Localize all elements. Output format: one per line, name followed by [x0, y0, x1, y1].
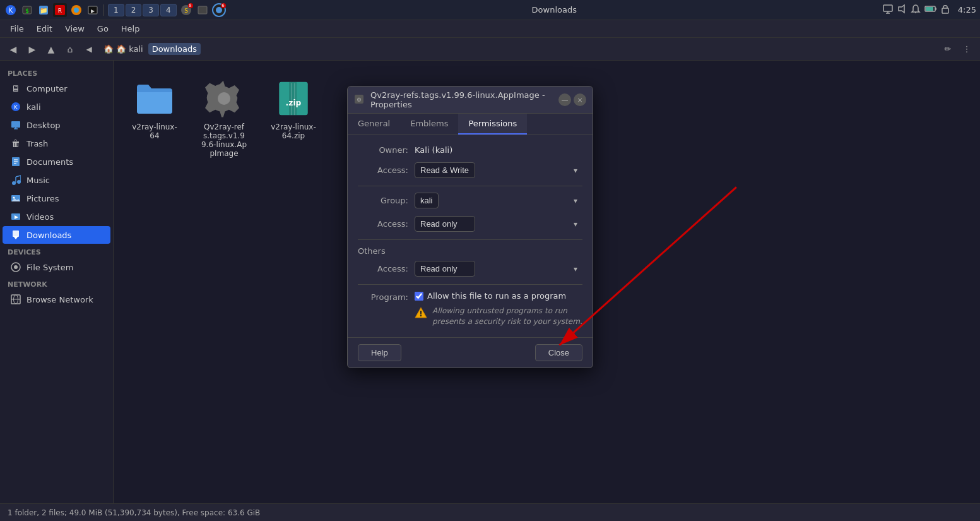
svg-text:.zip: .zip — [286, 99, 302, 107]
dialog-tab-permissions[interactable]: Permissions — [458, 114, 527, 135]
sidebar-item-documents[interactable]: Documents — [3, 153, 110, 171]
kali-icon: K — [10, 101, 21, 112]
menu-view[interactable]: View — [60, 23, 90, 35]
breadcrumb-kali[interactable]: 🏠 🏠 kali — [100, 43, 147, 55]
sidebar-item-videos[interactable]: Videos — [3, 208, 110, 225]
back-button[interactable]: ◀ — [5, 41, 21, 57]
taskbar: K $ 📁 R ▶ 1 2 3 4 S 8 6 Downloads — [0, 0, 980, 20]
kali-logo-icon[interactable]: K — [4, 3, 18, 17]
file-item-appimage[interactable]: Qv2ray-refs.tags.v1.99.6-linux.AppImage — [196, 73, 252, 163]
pictures-icon — [10, 193, 21, 204]
taskbar-right: 4:25 — [883, 4, 976, 16]
group-access-row: Access: Read & Write Read only None — [358, 216, 582, 232]
statusbar-text: 1 folder, 2 files; 49.0 MiB (51,390,734 … — [8, 508, 260, 517]
executable-checkbox[interactable] — [415, 292, 423, 301]
path-edit-button[interactable]: ✏ — [940, 41, 956, 57]
sidebar-item-filesystem-label: File System — [27, 263, 73, 272]
svg-rect-17 — [883, 5, 892, 11]
computer-icon: 🖥 — [10, 83, 21, 94]
videos-icon — [10, 211, 21, 222]
up-button[interactable]: ▲ — [43, 41, 59, 57]
others-access-row: Access: Read & Write Read only None — [358, 261, 582, 277]
workspace-3-btn[interactable]: 3 — [143, 4, 159, 16]
svg-text:R: R — [58, 8, 62, 14]
sidebar-item-music[interactable]: Music — [3, 171, 110, 189]
breadcrumb-downloads[interactable]: Downloads — [148, 43, 201, 55]
sidebar-item-trash[interactable]: 🗑 Trash — [3, 135, 110, 152]
file-name-zip: v2ray-linux-64.zip — [270, 123, 317, 140]
sidebar-item-documents-label: Documents — [27, 157, 73, 167]
file-name-appimage: Qv2ray-refs.tags.v1.99.6-linux.AppImage — [201, 123, 247, 158]
svg-point-48 — [14, 265, 18, 269]
sidebar-item-videos-label: Videos — [27, 212, 54, 222]
battery-icon — [924, 5, 937, 15]
dialog-tab-emblems[interactable]: Emblems — [400, 114, 458, 135]
dialog-titlebar: ⚙ Qv2ray-refs.tags.v1.99.6-linux.AppImag… — [348, 87, 593, 114]
terminal2-icon[interactable]: ▶ — [86, 3, 100, 17]
close-button[interactable]: Close — [535, 344, 582, 361]
svg-rect-25 — [942, 8, 948, 13]
svg-text:S: S — [184, 8, 188, 14]
places-section-title: Places — [0, 66, 113, 79]
svg-rect-28 — [11, 121, 20, 128]
group-access-label: Access: — [358, 219, 408, 229]
menu-go[interactable]: Go — [92, 23, 114, 35]
help-button[interactable]: Help — [358, 344, 401, 361]
workspace-2-btn[interactable]: 2 — [126, 4, 142, 16]
volume-icon[interactable] — [897, 4, 907, 16]
executable-checkbox-row: Allow this file to run as a program — [415, 291, 582, 301]
firefox-icon[interactable] — [69, 3, 83, 17]
home-button[interactable]: ⌂ — [62, 41, 78, 57]
menu-file[interactable]: File — [5, 23, 29, 35]
sidebar-item-pictures-label: Pictures — [27, 194, 59, 203]
notification-icon[interactable] — [911, 4, 921, 16]
group-access-select[interactable]: Read & Write Read only None — [415, 216, 475, 232]
app1-icon[interactable]: R — [53, 3, 67, 17]
sidebar-item-desktop[interactable]: Desktop — [3, 116, 110, 134]
sidebar-item-downloads[interactable]: Downloads — [3, 226, 110, 244]
file-item-folder[interactable]: v2ray-linux-64 — [126, 73, 183, 163]
owner-access-select[interactable]: Read & Write Read only None — [415, 162, 475, 178]
dialog-tab-general[interactable]: General — [348, 114, 400, 135]
group-select[interactable]: kali — [415, 193, 439, 208]
sidebar-item-browse-network-label: Browse Network — [27, 295, 93, 304]
navbar-menu-button[interactable]: ⋮ — [959, 41, 975, 57]
sep2 — [358, 239, 582, 240]
trash-icon: 🗑 — [10, 138, 21, 149]
sidebar-item-filesystem[interactable]: File System — [3, 258, 110, 276]
owner-access-row: Access: Read & Write Read only None — [358, 162, 582, 178]
breadcrumb-downloads-label: Downloads — [152, 44, 197, 54]
menu-help[interactable]: Help — [116, 23, 145, 35]
qv2ray-icon[interactable]: 6 — [212, 3, 226, 17]
minimize-icon[interactable] — [196, 3, 210, 17]
group-row: Group: kali — [358, 193, 582, 208]
workspace-1-btn[interactable]: 1 — [108, 4, 124, 16]
executable-checkbox-label[interactable]: Allow this file to run as a program — [427, 291, 566, 301]
warning-icon: ! — [415, 306, 427, 321]
menu-edit[interactable]: Edit — [32, 23, 57, 35]
warning-text: Allowing untrusted programs to run prese… — [432, 306, 582, 327]
svg-text:$: $ — [25, 8, 29, 14]
breadcrumb-toggle[interactable]: ◀ — [81, 41, 97, 57]
dialog-close-btn[interactable]: × — [574, 93, 586, 106]
terminal-icon[interactable]: $ — [20, 3, 34, 17]
dialog-minimize-btn[interactable]: — — [558, 93, 571, 106]
svg-line-38 — [16, 176, 21, 177]
svg-rect-24 — [926, 7, 933, 11]
svg-text:📁: 📁 — [40, 6, 48, 15]
lock-icon — [941, 4, 950, 16]
workspace-switcher: 1 2 3 4 — [108, 4, 177, 16]
file-item-zip[interactable]: .zip v2ray-linux-64.zip — [265, 73, 322, 163]
sidebar-item-pictures[interactable]: Pictures — [3, 189, 110, 207]
owner-access-label: Access: — [358, 165, 408, 175]
files-taskbar-icon[interactable]: 📁 — [37, 3, 50, 17]
sidebar-item-computer[interactable]: 🖥 Computer — [3, 80, 110, 97]
svg-point-9 — [74, 8, 79, 13]
sidebar-item-kali[interactable]: K kali — [3, 98, 110, 116]
app-badge-icon[interactable]: S 8 — [179, 3, 193, 17]
forward-button[interactable]: ▶ — [24, 41, 40, 57]
sidebar-item-browse-network[interactable]: Browse Network — [3, 290, 110, 308]
workspace-4-btn[interactable]: 4 — [160, 4, 177, 16]
menubar: File Edit View Go Help — [0, 20, 980, 38]
others-access-select[interactable]: Read & Write Read only None — [415, 261, 475, 277]
